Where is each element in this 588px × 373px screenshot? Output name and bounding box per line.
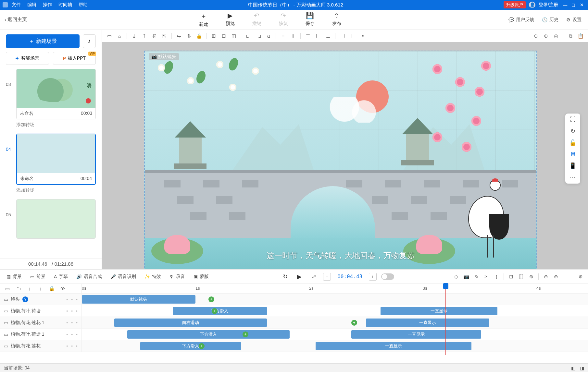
menu-action[interactable]: 操作	[43, 2, 52, 8]
feedback-button[interactable]: 💬用户反馈	[508, 17, 534, 23]
track-dot[interactable]: •	[66, 343, 68, 349]
loop-tool-icon[interactable]: ⊚	[527, 272, 535, 281]
login-link[interactable]: 登录/注册	[539, 2, 558, 8]
filter-tool-icon[interactable]: ⫿	[492, 272, 501, 281]
expand-left-icon[interactable]: ◧	[571, 366, 575, 371]
track-lane[interactable]: 下方滑入一直显示+	[82, 305, 588, 317]
dist-h-icon[interactable]: ≡	[279, 32, 287, 40]
track-lane[interactable]: 下方滑入一直显示+	[82, 340, 588, 352]
expand-button[interactable]: ⤢	[309, 272, 319, 282]
rewind-button[interactable]: ↻	[280, 272, 290, 282]
track-dot[interactable]: •	[76, 297, 78, 302]
more-tabs-icon[interactable]: ⋯	[214, 272, 222, 281]
range-tool-icon[interactable]: ⟦⟧	[517, 272, 525, 281]
scene-card-05[interactable]	[16, 199, 96, 239]
undo-action[interactable]: ↶撤销	[252, 12, 261, 28]
align-left-icon[interactable]: ⫍	[244, 32, 253, 40]
align-center-icon[interactable]: ⫎	[254, 32, 263, 40]
valign-bot-icon[interactable]: ⊥	[324, 32, 332, 40]
desktop-view-icon[interactable]: 🖥	[570, 151, 576, 158]
track-dot[interactable]: •	[76, 320, 78, 325]
track-name[interactable]: ▭植物,荷叶,荷塘•••	[0, 305, 82, 317]
minimize-icon[interactable]: —	[561, 2, 569, 7]
back-home-button[interactable]: ‹ 返回主页	[0, 17, 31, 23]
play-button[interactable]: ▶	[294, 272, 304, 282]
tab-mask[interactable]: ▣蒙版	[190, 272, 212, 281]
smart-scene-button[interactable]: ✦智能场景	[6, 52, 49, 65]
canvas-stage[interactable]: 📷 默认镜头	[144, 51, 537, 269]
track-name[interactable]: ▭植物,荷花,莲花•••	[0, 340, 82, 352]
track-dot[interactable]: •	[66, 320, 68, 325]
tab-subtitle[interactable]: A字幕	[51, 272, 71, 281]
folder-icon[interactable]: 🗀	[14, 284, 23, 293]
keyframe-marker[interactable]: +	[243, 331, 248, 337]
keyframe-tool-icon[interactable]: ◇	[452, 272, 460, 281]
timeline-clip[interactable]: 下方滑入	[140, 342, 241, 350]
halign-cen-icon[interactable]: ⊦	[348, 32, 357, 40]
camera-icon[interactable]: ▭	[105, 32, 114, 40]
copy-icon[interactable]: ⧉	[566, 32, 575, 40]
tab-tts[interactable]: 🔊语音合成	[73, 272, 105, 281]
track-name[interactable]: ▭植物,荷叶,荷塘 1•••	[0, 329, 82, 340]
track-dot[interactable]: •	[66, 297, 68, 302]
visible-icon[interactable]: 👁	[58, 284, 67, 293]
more-icon[interactable]: ⋯	[570, 174, 576, 181]
ungroup-icon[interactable]: ⊟	[219, 32, 228, 40]
track-dot[interactable]: •	[71, 297, 73, 302]
dist-v-icon[interactable]: ⫴	[289, 32, 297, 40]
expand-right-icon[interactable]: ◨	[580, 366, 584, 371]
group-icon[interactable]: ⊞	[209, 32, 218, 40]
redo-action[interactable]: ↷恢复	[279, 12, 288, 28]
valign-top-icon[interactable]: ⊤	[304, 32, 312, 40]
flip-v-icon[interactable]: ⇅	[185, 32, 193, 40]
timeline-ruler[interactable]: 0s 1s 2s 3s 4s	[82, 284, 588, 293]
tab-record[interactable]: 🎙录音	[166, 272, 188, 281]
tab-effect[interactable]: ✨特效	[141, 272, 164, 281]
track-dot[interactable]: •	[71, 332, 73, 337]
down-icon[interactable]: ↓	[36, 284, 45, 293]
flip-h-icon[interactable]: ⇋	[175, 32, 183, 40]
close-icon[interactable]: ✕	[578, 2, 585, 7]
maximize-icon[interactable]: ◻	[570, 2, 577, 7]
insert-ppt-button[interactable]: P插入PPTVIP	[53, 52, 96, 65]
up-icon[interactable]: ↑	[25, 284, 34, 293]
track-dot[interactable]: •	[66, 308, 68, 314]
keyframe-marker[interactable]: +	[212, 308, 218, 314]
add-transition-link[interactable]: 添加转场	[6, 119, 96, 130]
music-button[interactable]: ♪	[83, 34, 96, 48]
menu-timeline[interactable]: 时间轴	[58, 2, 72, 8]
menu-edit[interactable]: 编辑	[27, 2, 36, 8]
align-bottom-icon[interactable]: ⤓	[130, 32, 138, 40]
new-scene-button[interactable]: ＋ 新建场景	[6, 34, 80, 48]
scene-card-03[interactable]: 清明 未命名00:03	[16, 69, 96, 119]
halign-left-icon[interactable]: ⊣	[338, 32, 347, 40]
upgrade-button[interactable]: 升级账户	[504, 1, 526, 8]
cut-tool-icon[interactable]: ✂	[482, 272, 491, 281]
tl-zoom-in-icon[interactable]: ⊕	[552, 272, 560, 281]
zoom-fit-icon[interactable]: ◎	[552, 32, 560, 40]
valign-mid-icon[interactable]: ⊢	[314, 32, 322, 40]
zoom-out-icon[interactable]: ⊖	[532, 32, 540, 40]
unlock-icon[interactable]: 🔓	[569, 139, 576, 146]
time-minus-button[interactable]: −	[323, 273, 331, 281]
track-dot[interactable]: •	[76, 343, 78, 349]
track-dot[interactable]: •	[71, 343, 73, 349]
new-action[interactable]: ＋新建	[199, 12, 208, 28]
lock-track-icon[interactable]: 🔒	[47, 284, 56, 293]
settings-button[interactable]: ⚙设置	[566, 17, 582, 23]
track-name[interactable]: ▭镜头?•••	[0, 294, 82, 305]
time-plus-button[interactable]: +	[369, 273, 377, 281]
align-top-icon[interactable]: ⤒	[140, 32, 148, 40]
home-icon[interactable]: ⌂	[115, 32, 124, 40]
bring-front-icon[interactable]: ⇱	[160, 32, 169, 40]
timeline-clip[interactable]: 一直显示	[351, 330, 481, 339]
track-lane[interactable]: 向右滑动一直显示+	[82, 317, 588, 328]
track-lane[interactable]: 默认镜头+	[82, 294, 588, 305]
edit-tool-icon[interactable]: ✎	[472, 272, 481, 281]
track-dot[interactable]: •	[66, 332, 68, 337]
track-lane[interactable]: 下方滑入一直显示+	[82, 329, 588, 340]
playhead-handle[interactable]	[443, 283, 448, 289]
tl-zoom-out-icon[interactable]: ⊖	[542, 272, 550, 281]
add-transition-link[interactable]: 添加转场	[6, 185, 96, 196]
tab-foreground[interactable]: ▭前景	[27, 272, 49, 281]
